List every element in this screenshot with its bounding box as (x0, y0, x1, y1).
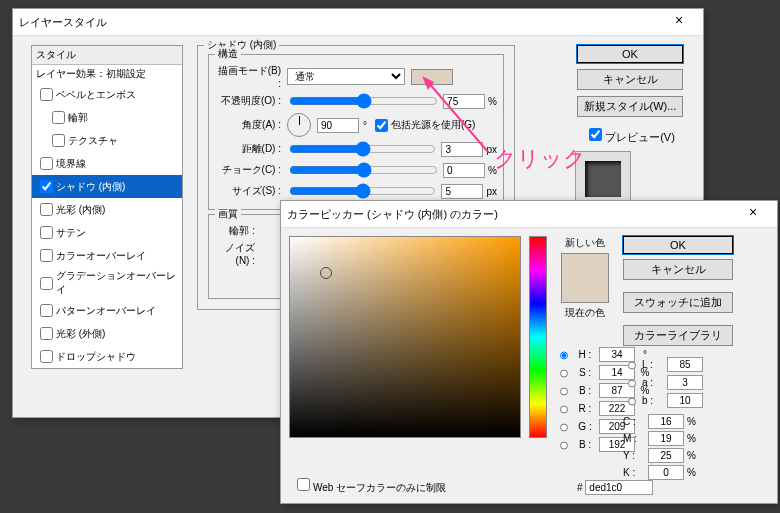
m-input[interactable] (648, 431, 684, 446)
web-safe-checkbox[interactable] (297, 478, 310, 491)
style-item[interactable]: サテン (32, 221, 182, 244)
c-input[interactable] (648, 414, 684, 429)
style-label: 境界線 (56, 157, 86, 171)
preview-label: プレビュー(V) (605, 131, 675, 143)
new-color-swatch[interactable] (562, 254, 608, 278)
choke-input[interactable] (443, 163, 485, 178)
contour-label: 輪郭 : (215, 224, 255, 238)
add-swatch-button[interactable]: スウォッチに追加 (623, 292, 733, 313)
h-radio[interactable] (560, 349, 568, 362)
preview-checkbox[interactable] (589, 128, 602, 141)
opacity-slider[interactable] (289, 94, 438, 108)
style-checkbox[interactable] (52, 134, 65, 147)
style-item[interactable]: ベベルとエンボス (32, 83, 182, 106)
style-checkbox[interactable] (40, 203, 53, 216)
cp-cancel-button[interactable]: キャンセル (623, 259, 733, 280)
styles-default[interactable]: レイヤー効果：初期設定 (32, 65, 182, 83)
new-color-label: 新しい色 (555, 236, 615, 250)
dialog-buttons: OK キャンセル 新規スタイル(W)... プレビュー(V) (575, 45, 685, 207)
style-label: パターンオーバーレイ (56, 304, 156, 318)
style-checkbox[interactable] (40, 304, 53, 317)
style-checkbox[interactable] (40, 249, 53, 262)
style-checkbox[interactable] (52, 111, 65, 124)
a-radio[interactable] (628, 377, 636, 390)
color-field-cursor (320, 267, 332, 279)
cancel-button[interactable]: キャンセル (577, 69, 683, 90)
style-item[interactable]: シャドウ (内側) (32, 175, 182, 198)
size-label: サイズ(S) : (215, 184, 281, 198)
style-checkbox[interactable] (40, 157, 53, 170)
hue-slider[interactable] (529, 236, 547, 438)
b-radio[interactable] (560, 385, 568, 398)
style-label: 光彩 (外側) (56, 327, 105, 341)
distance-slider[interactable] (289, 142, 436, 156)
style-item[interactable]: パターンオーバーレイ (32, 299, 182, 322)
style-item[interactable]: 輪郭 (32, 106, 182, 129)
b3-input[interactable] (667, 393, 703, 408)
a-input[interactable] (667, 375, 703, 390)
style-label: グラデーションオーバーレイ (56, 269, 178, 297)
ok-button[interactable]: OK (577, 45, 683, 63)
close-icon[interactable]: × (661, 13, 697, 31)
window-title: レイヤースタイル (19, 15, 107, 30)
blend-mode-select[interactable]: 通常 (287, 68, 405, 85)
current-color-swatch[interactable] (562, 278, 608, 302)
style-item[interactable]: グラデーションオーバーレイ (32, 267, 182, 299)
color-compare: 新しい色 現在の色 H :° S :% B :% R : G : B : (555, 236, 615, 480)
cp-ok-button[interactable]: OK (623, 236, 733, 254)
style-checkbox[interactable] (40, 327, 53, 340)
angle-input[interactable] (317, 118, 359, 133)
style-checkbox[interactable] (40, 180, 53, 193)
style-checkbox[interactable] (40, 350, 53, 363)
style-item[interactable]: ドロップシャドウ (32, 345, 182, 368)
style-checkbox[interactable] (40, 277, 53, 290)
color-library-button[interactable]: カラーライブラリ (623, 325, 733, 346)
style-item[interactable]: 光彩 (内側) (32, 198, 182, 221)
b3-radio[interactable] (628, 395, 636, 408)
style-checkbox[interactable] (40, 226, 53, 239)
style-label: 輪郭 (68, 111, 88, 125)
angle-dial[interactable] (287, 113, 311, 137)
style-label: ドロップシャドウ (56, 350, 136, 364)
distance-label: 距離(D) : (215, 142, 281, 156)
color-picker-window: カラーピッカー (シャドウ (内側) のカラー) × 新しい色 現在の色 H :… (280, 200, 778, 504)
k-input[interactable] (648, 465, 684, 480)
cp-buttons: OK キャンセル スウォッチに追加 カラーライブラリ L : a : b : C… (623, 236, 737, 480)
l-radio[interactable] (628, 359, 636, 372)
style-item[interactable]: テクスチャ (32, 129, 182, 152)
l-input[interactable] (667, 357, 703, 372)
s-radio[interactable] (560, 367, 568, 380)
style-label: ベベルとエンボス (56, 88, 136, 102)
r-radio[interactable] (560, 403, 568, 416)
style-label: サテン (56, 226, 86, 240)
b2-radio[interactable] (560, 439, 568, 452)
angle-label: 角度(A) : (215, 118, 281, 132)
cp-close-icon[interactable]: × (735, 205, 771, 223)
shadow-color-swatch[interactable] (411, 69, 453, 85)
style-item[interactable]: カラーオーバーレイ (32, 244, 182, 267)
style-item[interactable]: 光彩 (外側) (32, 322, 182, 345)
g-radio[interactable] (560, 421, 568, 434)
color-field[interactable] (289, 236, 521, 438)
structure-legend: 構造 (215, 47, 241, 61)
new-style-button[interactable]: 新規スタイル(W)... (577, 96, 683, 117)
y-input[interactable] (648, 448, 684, 463)
opacity-input[interactable] (443, 94, 485, 109)
global-light-checkbox[interactable] (375, 119, 388, 132)
distance-input[interactable] (441, 142, 483, 157)
style-label: シャドウ (内側) (56, 180, 125, 194)
web-safe-label: Web セーフカラーのみに制限 (313, 482, 446, 493)
titlebar: レイヤースタイル × (13, 9, 703, 36)
hex-input[interactable] (585, 480, 653, 495)
style-checkbox[interactable] (40, 88, 53, 101)
style-label: カラーオーバーレイ (56, 249, 146, 263)
choke-label: チョーク(C) : (215, 163, 281, 177)
preview-swatch (575, 151, 631, 207)
current-color-label: 現在の色 (555, 306, 615, 320)
style-item[interactable]: 境界線 (32, 152, 182, 175)
size-slider[interactable] (289, 184, 436, 198)
styles-header: スタイル (32, 46, 182, 65)
choke-slider[interactable] (289, 163, 438, 177)
style-label: 光彩 (内側) (56, 203, 105, 217)
size-input[interactable] (441, 184, 483, 199)
